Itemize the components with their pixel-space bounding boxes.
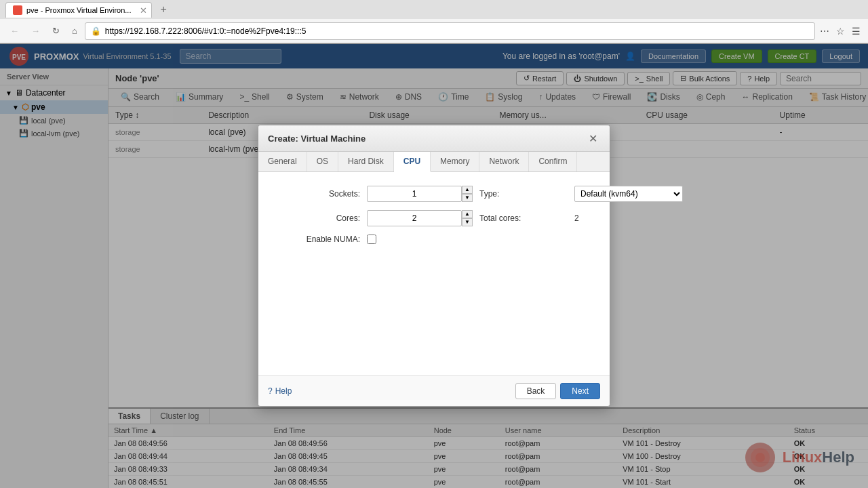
browser-tab[interactable]: pve - Proxmox Virtual Environ... ✕ (5, 2, 152, 18)
cores-input[interactable] (367, 210, 462, 226)
total-cores-value: 2 (574, 214, 579, 223)
modal-body: Sockets: ▲ ▼ Type: Default (kvm64) host (258, 172, 610, 375)
sockets-spinbox-btns: ▲ ▼ (462, 186, 473, 202)
tab-title: pve - Proxmox Virtual Environ... (26, 6, 131, 14)
next-button[interactable]: Next (560, 383, 600, 399)
home-button[interactable]: ⌂ (67, 23, 82, 39)
type-label: Type: (479, 189, 568, 199)
sockets-increment[interactable]: ▲ (462, 186, 473, 194)
sockets-control: ▲ ▼ (367, 186, 473, 202)
ssl-lock-icon: 🔒 (91, 26, 101, 36)
modal-tab-os[interactable]: OS (307, 152, 338, 171)
extensions-button[interactable]: ⋯ (818, 24, 831, 39)
modal-tab-confirm[interactable]: Confirm (529, 152, 577, 171)
menu-button[interactable]: ☰ (850, 24, 863, 39)
numa-label: Enable NUMA: (272, 235, 360, 244)
modal-tab-network[interactable]: Network (479, 152, 529, 171)
modal-footer: ? Help Back Next (258, 375, 610, 406)
address-bar: 🔒 (85, 22, 815, 40)
sockets-decrement[interactable]: ▼ (462, 194, 473, 202)
modal-header: Create: Virtual Machine ✕ (258, 125, 610, 152)
browser-chrome: pve - Proxmox Virtual Environ... ✕ + ← →… (0, 0, 868, 44)
modal-overlay: Create: Virtual Machine ✕ General OS Har… (0, 43, 868, 488)
create-vm-modal: Create: Virtual Machine ✕ General OS Har… (258, 125, 610, 407)
cores-control: ▲ ▼ (367, 210, 473, 226)
cores-decrement[interactable]: ▼ (462, 218, 473, 226)
nav-actions: ⋯ ☆ ☰ (818, 24, 863, 39)
total-cores-label: Total cores: (479, 214, 568, 223)
new-tab-button[interactable]: + (156, 3, 170, 16)
type-select[interactable]: Default (kvm64) host kvm32 kvm64 (574, 186, 683, 202)
sockets-input[interactable] (367, 186, 462, 202)
sockets-label: Sockets: (272, 189, 360, 199)
modal-title: Create: Virtual Machine (268, 134, 366, 144)
url-input[interactable] (105, 26, 809, 36)
cores-increment[interactable]: ▲ (462, 210, 473, 218)
modal-close-button[interactable]: ✕ (585, 131, 600, 146)
modal-tab-cpu[interactable]: CPU (394, 152, 431, 172)
numa-control (367, 235, 376, 244)
back-button[interactable]: ← (5, 23, 24, 39)
numa-row: Enable NUMA: (272, 235, 596, 244)
modal-tabs: General OS Hard Disk CPU Memory Network … (258, 152, 610, 172)
cores-label: Cores: (272, 214, 360, 223)
reload-button[interactable]: ↻ (47, 23, 64, 39)
tab-close-button[interactable]: ✕ (140, 5, 147, 15)
sockets-row: Sockets: ▲ ▼ Type: Default (kvm64) host (272, 186, 596, 202)
modal-tab-general[interactable]: General (258, 152, 307, 171)
tab-favicon (13, 5, 22, 15)
type-control: Default (kvm64) host kvm32 kvm64 (574, 186, 683, 202)
browser-titlebar: pve - Proxmox Virtual Environ... ✕ + (0, 0, 868, 19)
forward-button[interactable]: → (26, 23, 45, 39)
cores-spinbox-btns: ▲ ▼ (462, 210, 473, 226)
help-icon: ? (268, 386, 273, 396)
footer-actions: Back Next (515, 383, 600, 399)
bookmark-button[interactable]: ☆ (834, 24, 847, 39)
back-button[interactable]: Back (515, 383, 557, 399)
modal-tab-memory[interactable]: Memory (431, 152, 479, 171)
numa-checkbox[interactable] (367, 235, 376, 244)
browser-nav: ← → ↻ ⌂ 🔒 ⋯ ☆ ☰ (0, 19, 868, 43)
sockets-spinbox: ▲ ▼ (367, 186, 473, 202)
cores-spinbox: ▲ ▼ (367, 210, 473, 226)
modal-help-link[interactable]: ? Help (268, 386, 292, 396)
cores-row: Cores: ▲ ▼ Total cores: 2 (272, 210, 596, 226)
modal-tab-hard-disk[interactable]: Hard Disk (338, 152, 394, 171)
